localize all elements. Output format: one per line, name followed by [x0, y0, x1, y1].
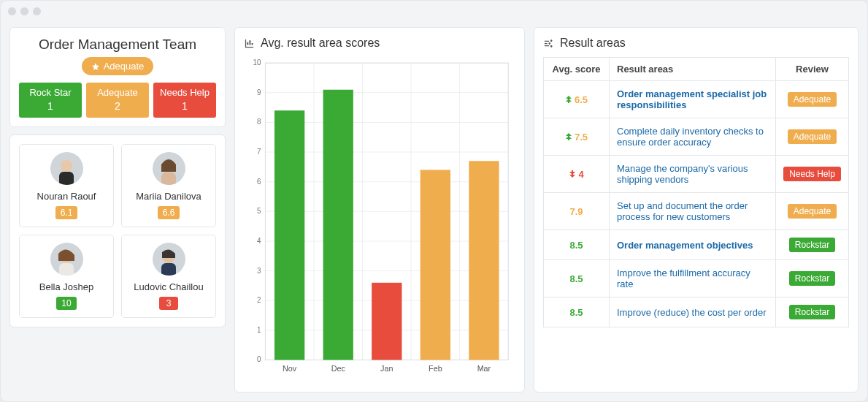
result-area-cell: Set up and document the order process fo… — [610, 193, 776, 230]
result-area-link[interactable]: Complete daily inventory checks to ensur… — [617, 126, 764, 148]
review-badge: Adequate — [788, 129, 837, 144]
svg-rect-5 — [59, 263, 74, 276]
bar[interactable] — [372, 283, 402, 360]
table-row: 4 Manage the company's various shipping … — [544, 156, 849, 193]
content-row: Order Management Team Adequate Rock Star… — [1, 21, 867, 401]
review-cell: Rockstar — [776, 230, 849, 260]
window-dot[interactable] — [20, 7, 28, 15]
stat-count: 1 — [153, 99, 216, 113]
person-card[interactable]: Nouran Raouf 6.1 — [19, 144, 114, 227]
results-title: Result areas — [560, 37, 626, 50]
review-badge: Rockstar — [789, 271, 835, 286]
svg-rect-7 — [161, 263, 176, 276]
svg-text:Mar: Mar — [477, 364, 491, 373]
result-area-link[interactable]: Improve the fulfillment accuracy rate — [617, 268, 750, 289]
svg-rect-3 — [161, 172, 176, 185]
avg-score-cell: 8.5 — [544, 297, 610, 327]
svg-text:1: 1 — [257, 326, 261, 334]
avg-score-cell: 4 — [544, 156, 610, 193]
person-card[interactable]: Bella Joshep 10 — [19, 235, 114, 318]
window-titlebar — [1, 1, 867, 21]
bar-chart-icon — [244, 38, 255, 49]
chart-panel: Avg. result area scores 012345678910NovD… — [234, 27, 525, 392]
window-dot[interactable] — [8, 7, 16, 15]
bar[interactable] — [420, 170, 450, 360]
trend-down-icon — [569, 169, 576, 180]
stat-box[interactable]: Needs Help1 — [153, 83, 216, 118]
svg-text:0: 0 — [257, 355, 261, 363]
bar[interactable] — [274, 110, 304, 360]
team-column: Order Management Team Adequate Rock Star… — [9, 27, 226, 392]
bar[interactable] — [323, 90, 353, 360]
svg-text:Jan: Jan — [380, 364, 393, 373]
trend-up-icon — [565, 94, 572, 105]
result-area-cell: Manage the company's various shipping ve… — [610, 156, 776, 193]
result-area-link[interactable]: Manage the company's various shipping ve… — [617, 163, 748, 185]
table-row: 6.5 Order management specialist job resp… — [544, 81, 849, 118]
trend-up-icon — [565, 132, 572, 143]
results-table: Avg. score Result areas Review 6.5 Order… — [543, 57, 849, 327]
svg-text:Feb: Feb — [429, 364, 442, 373]
svg-text:6: 6 — [257, 178, 261, 186]
avatar — [153, 243, 185, 276]
stat-label: Adequate — [86, 87, 149, 99]
app-window: Order Management Team Adequate Rock Star… — [0, 0, 868, 402]
table-row: 8.5 Improve the fulfillment accuracy rat… — [544, 260, 849, 297]
table-row: 8.5 Improve (reduce) the cost per order … — [544, 297, 849, 327]
avg-score-cell: 6.5 — [544, 81, 610, 118]
avg-score-cell: 8.5 — [544, 230, 610, 260]
svg-rect-1 — [59, 172, 74, 185]
person-card[interactable]: Mariia Danilova 6.6 — [121, 144, 216, 227]
svg-text:8: 8 — [257, 118, 261, 126]
star-icon — [91, 62, 100, 71]
table-row: 8.5 Order management objectives Rockstar — [544, 230, 849, 260]
result-area-cell: Improve the fulfillment accuracy rate — [610, 260, 776, 297]
person-name: Nouran Raouf — [27, 191, 106, 202]
review-badge: Needs Help — [783, 167, 841, 181]
result-area-cell: Improve (reduce) the cost per order — [610, 297, 776, 327]
results-panel: Result areas Avg. score Result areas Rev… — [534, 27, 859, 392]
result-area-cell: Complete daily inventory checks to ensur… — [610, 118, 776, 156]
svg-text:3: 3 — [257, 266, 261, 274]
review-cell: Needs Help — [776, 156, 849, 193]
person-score-badge: 6.1 — [55, 206, 78, 219]
review-badge: Adequate — [788, 92, 837, 107]
window-dot[interactable] — [33, 7, 41, 15]
avatar — [50, 152, 83, 185]
col-score: Avg. score — [544, 58, 610, 81]
bar[interactable] — [469, 161, 499, 360]
review-cell: Adequate — [776, 81, 849, 118]
stat-box[interactable]: Rock Star1 — [19, 83, 82, 118]
team-title: Order Management Team — [19, 37, 216, 53]
people-panel: Nouran Raouf 6.1 Mariia Danilova 6.6 Bel… — [9, 134, 226, 327]
avatar — [153, 152, 185, 185]
person-card[interactable]: Ludovic Chaillou 3 — [121, 235, 216, 318]
review-badge: Adequate — [788, 204, 837, 219]
result-area-link[interactable]: Set up and document the order process fo… — [617, 200, 748, 222]
col-area: Result areas — [610, 58, 776, 81]
svg-point-40 — [550, 39, 553, 42]
table-row: 7.9 Set up and document the order proces… — [544, 193, 849, 230]
overall-rating-label: Adequate — [104, 61, 145, 72]
stat-label: Needs Help — [153, 87, 216, 99]
svg-text:2: 2 — [257, 296, 261, 304]
svg-text:5: 5 — [257, 207, 261, 215]
result-area-link[interactable]: Order management specialist job responsi… — [617, 88, 767, 110]
result-area-link[interactable]: Order management objectives — [617, 240, 753, 251]
person-name: Bella Joshep — [27, 281, 106, 292]
review-cell: Rockstar — [776, 297, 849, 327]
stat-count: 2 — [86, 99, 149, 113]
stat-box[interactable]: Adequate2 — [86, 83, 149, 118]
stat-row: Rock Star1Adequate2Needs Help1 — [19, 83, 216, 118]
svg-point-41 — [549, 42, 551, 45]
chart-title: Avg. result area scores — [261, 37, 380, 50]
review-cell: Adequate — [776, 193, 849, 230]
result-area-link[interactable]: Improve (reduce) the cost per order — [617, 307, 766, 318]
avg-score-cell: 7.9 — [544, 193, 610, 230]
person-name: Mariia Danilova — [129, 191, 208, 202]
result-area-cell: Order management specialist job responsi… — [610, 81, 776, 118]
review-cell: Rockstar — [776, 260, 849, 297]
stat-count: 1 — [19, 99, 82, 113]
avg-score-cell: 8.5 — [544, 260, 610, 297]
sliders-icon — [543, 38, 554, 49]
